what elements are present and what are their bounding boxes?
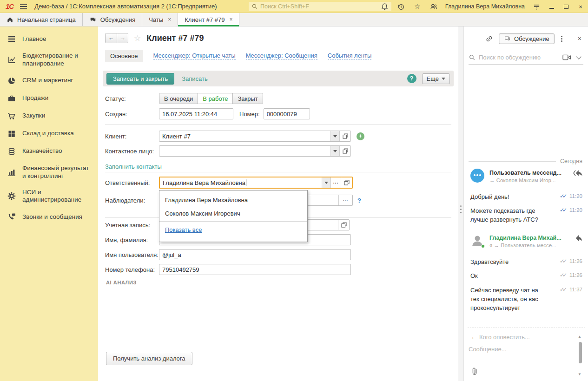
watchers-help-icon[interactable]: ? xyxy=(357,197,361,204)
tab-home-page[interactable]: Начальная страница xyxy=(0,13,83,26)
nav-tab-open-chats[interactable]: Мессенджер: Открытые чаты xyxy=(153,52,236,60)
username-input[interactable] xyxy=(159,249,351,260)
open-link-icon[interactable] xyxy=(341,177,352,188)
favorites-star-icon[interactable]: ☆ xyxy=(413,2,422,11)
sidebar-item-treasury[interactable]: Казначейство xyxy=(0,143,98,160)
tab-discussions[interactable]: Обсуждения xyxy=(83,13,143,26)
number-input[interactable] xyxy=(264,108,310,119)
history-icon[interactable] xyxy=(396,2,406,11)
save-and-close-button[interactable]: Записать и закрыть xyxy=(106,73,174,85)
notify-row[interactable]: → Кого оповестить... xyxy=(469,334,530,341)
close-tab-icon[interactable]: × xyxy=(229,16,232,23)
sidebar-item-purchases[interactable]: Закупки xyxy=(0,107,98,125)
scroll-down-icon[interactable]: ▼ xyxy=(578,372,581,376)
sidebar-item-financial-result[interactable]: Финансовый результат и контроллинг xyxy=(0,160,98,184)
dropdown-item[interactable]: Гладилина Вера Михайловна xyxy=(159,193,307,207)
status-row: Статус: В очереди В работе Закрыт xyxy=(105,92,451,105)
reply-icon[interactable] xyxy=(575,235,582,248)
close-panel-icon[interactable]: × xyxy=(578,35,581,42)
nav-tab-main[interactable]: Основное xyxy=(105,50,143,62)
sidebar-item-main[interactable]: Главное xyxy=(0,30,98,48)
save-button[interactable]: Записать xyxy=(182,75,208,82)
close-window-button[interactable]: × xyxy=(577,3,584,10)
dropdown-arrow-icon[interactable] xyxy=(330,146,339,156)
help-button[interactable]: ? xyxy=(407,74,416,83)
discussion-search-input[interactable] xyxy=(479,54,562,61)
add-client-button[interactable]: + xyxy=(357,132,364,140)
select-ellipsis-button[interactable]: ... xyxy=(338,195,352,205)
tab-chats[interactable]: Чаты × xyxy=(142,13,178,26)
users-icon[interactable] xyxy=(429,2,438,11)
dropdown-arrow-icon[interactable] xyxy=(330,131,339,141)
tab-label: Чаты xyxy=(149,16,163,23)
favorite-star-icon[interactable]: ☆ xyxy=(134,33,141,43)
sidebar-item-budgeting[interactable]: Бюджетирование и планирование xyxy=(0,48,98,72)
service-menu-icon[interactable] xyxy=(532,2,541,11)
message-input-placeholder[interactable]: Сообщение... xyxy=(469,346,507,353)
dropdown-item[interactable]: Соколов Максим Игоревич xyxy=(159,207,307,220)
message-author[interactable]: Пользователь мессенд... xyxy=(489,170,568,176)
sidebar-item-sales[interactable]: Продажи xyxy=(0,90,98,107)
link-icon[interactable] xyxy=(485,35,493,43)
message-group-header: Пользователь мессенд... → Соколов Максим… xyxy=(470,169,582,183)
scrollbar-thumb[interactable] xyxy=(579,342,582,363)
dropdown-arrow-icon[interactable] xyxy=(322,177,330,188)
chat-message[interactable]: Сейчас переведу чат на тех специалиста, … xyxy=(470,286,582,313)
attach-file-paperclip-icon[interactable] xyxy=(470,367,479,377)
chat-message[interactable]: Добрый день! ✓✓11:20 xyxy=(470,193,582,202)
bar-chart-icon xyxy=(7,168,16,177)
contact-combo[interactable] xyxy=(159,145,351,157)
main-menu-icon[interactable] xyxy=(20,4,27,9)
reply-all-icon[interactable] xyxy=(573,170,582,183)
forward-button[interactable]: → xyxy=(117,33,128,43)
window-tab-bar: Начальная страница Обсуждения Чаты × Кли… xyxy=(0,13,588,26)
status-label: Статус: xyxy=(105,95,159,102)
message-direction: я → Пользователь мессе... xyxy=(489,243,570,248)
fill-contacts-link[interactable]: Заполнить контакты xyxy=(105,163,162,170)
get-dialog-analysis-button[interactable]: Получить анализ диалога xyxy=(106,352,192,365)
open-link-icon[interactable] xyxy=(339,146,350,156)
open-link-icon[interactable] xyxy=(339,131,350,141)
maximize-button[interactable] xyxy=(562,3,570,10)
close-tab-icon[interactable]: × xyxy=(168,16,171,23)
scroll-up-icon[interactable]: ▲ xyxy=(578,335,581,339)
status-option-queued[interactable]: В очереди xyxy=(159,93,198,104)
nav-tab-messages[interactable]: Мессенджер: Сообщения xyxy=(246,52,317,60)
status-option-closed[interactable]: Закрыт xyxy=(233,93,262,104)
more-button[interactable]: Еще xyxy=(422,73,450,84)
video-call-icon[interactable] xyxy=(562,54,571,61)
open-link-icon[interactable] xyxy=(338,220,349,230)
global-search-input[interactable] xyxy=(260,3,389,10)
responsible-combo[interactable]: Гладилина Вера Михайловна ... xyxy=(159,177,353,189)
global-search[interactable] xyxy=(249,2,391,11)
coins-icon xyxy=(7,147,16,156)
chevron-down-icon[interactable] xyxy=(576,54,581,59)
phone-input[interactable] xyxy=(159,264,351,275)
panel-menu-kebab-icon[interactable] xyxy=(561,36,562,42)
show-all-link[interactable]: Показать все xyxy=(159,224,207,235)
tab-client-7-79[interactable]: Клиент #7 #79 × xyxy=(178,13,239,26)
current-user-name[interactable]: Гладилина Вера Михайловна xyxy=(445,3,525,10)
discussion-toggle-button[interactable]: Обсуждение xyxy=(499,33,555,44)
select-ellipsis-button[interactable]: ... xyxy=(330,177,341,188)
1c-application-window: 1С Демо-база / 1С:Комплексная автоматиза… xyxy=(0,0,588,381)
status-option-in-progress[interactable]: В работе xyxy=(198,93,233,104)
status-toggle: В очереди В работе Закрыт xyxy=(159,93,263,104)
client-combo[interactable]: Клиент #7 xyxy=(159,131,351,142)
chat-message[interactable]: Здравтсвуйте ✓✓11:26 xyxy=(470,258,582,267)
sidebar-item-calls-messages[interactable]: Звонки и сообщения xyxy=(0,208,98,226)
sidebar-item-warehouse[interactable]: Склад и доставка xyxy=(0,125,98,143)
chat-message[interactable]: Ок ✓✓11:26 xyxy=(470,272,582,281)
panel-splitter[interactable] xyxy=(458,26,463,381)
minimize-button[interactable] xyxy=(548,3,555,10)
created-input[interactable] xyxy=(159,108,233,119)
sidebar-item-administration[interactable]: НСИ и администрирование xyxy=(0,184,98,209)
back-button[interactable]: ← xyxy=(106,33,117,43)
message-author[interactable]: Гладилина Вера Михай... xyxy=(489,235,570,241)
discussion-search-row xyxy=(469,51,583,65)
chat-message[interactable]: Можете подсказать где лучше развернуть А… xyxy=(470,207,582,224)
form-nav-tabs: Основное Мессенджер: Открытые чаты Мессе… xyxy=(105,49,451,63)
notifications-bell-icon[interactable] xyxy=(380,2,390,11)
nav-tab-feed-events[interactable]: События ленты xyxy=(328,52,372,60)
sidebar-item-crm[interactable]: CRM и маркетинг xyxy=(0,72,98,90)
